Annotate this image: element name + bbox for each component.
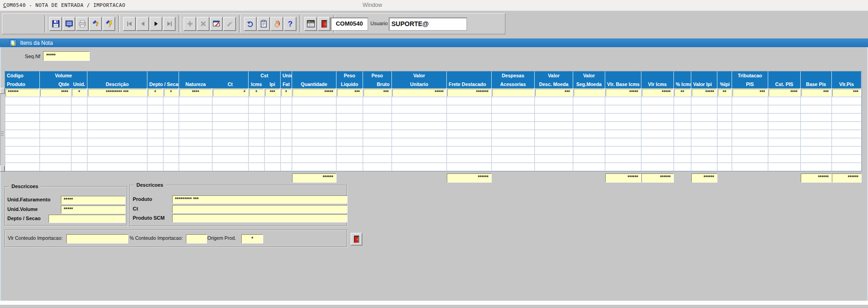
grid-cell[interactable] xyxy=(832,146,862,155)
grid-cell[interactable] xyxy=(281,138,292,146)
help-button[interactable]: ? xyxy=(284,17,296,31)
grid-cell[interactable] xyxy=(832,113,862,122)
grid-cell[interactable] xyxy=(691,105,717,113)
grid-cell[interactable] xyxy=(179,155,212,163)
grid-cell[interactable] xyxy=(292,130,336,138)
grid-cell[interactable] xyxy=(336,113,363,122)
grid-cell[interactable] xyxy=(801,113,832,122)
grid-cell[interactable] xyxy=(674,138,691,146)
grid-field-qtde[interactable]: **** xyxy=(40,89,71,97)
grid-cell[interactable] xyxy=(40,138,71,146)
grid-cell[interactable] xyxy=(147,113,163,122)
grid-cell[interactable] xyxy=(392,97,447,105)
grid-cell[interactable] xyxy=(535,105,573,113)
grid-cell[interactable] xyxy=(801,105,832,113)
grid-cell[interactable] xyxy=(40,163,71,171)
grid-cell[interactable] xyxy=(641,155,674,163)
grid-cell[interactable] xyxy=(605,146,641,155)
produto-field[interactable]: ********* *** xyxy=(172,195,347,204)
grid-cell[interactable] xyxy=(732,122,768,130)
grid-cell[interactable] xyxy=(179,122,212,130)
grid-cell[interactable] xyxy=(363,105,392,113)
grid-cell[interactable] xyxy=(717,105,732,113)
grid-cell[interactable] xyxy=(249,122,265,130)
grid-cell[interactable] xyxy=(732,138,768,146)
grid-cell[interactable] xyxy=(336,138,363,146)
grid-cell[interactable] xyxy=(40,105,71,113)
grid-cell[interactable] xyxy=(363,138,392,146)
grid-cell[interactable] xyxy=(265,163,281,171)
unid-faturamento-field[interactable]: ***** xyxy=(61,196,125,204)
grid-cell[interactable] xyxy=(87,105,147,113)
grid-cell[interactable] xyxy=(641,130,674,138)
grid-field-pct_ipi[interactable]: ** xyxy=(718,89,731,97)
grid-cell[interactable] xyxy=(265,105,281,113)
grid-cell[interactable] xyxy=(674,122,691,130)
grid-cell[interactable] xyxy=(363,155,392,163)
grid-cell[interactable] xyxy=(447,146,492,155)
grid-cell[interactable] xyxy=(801,155,832,163)
seq-nf-field[interactable]: ***** xyxy=(43,51,90,61)
grid-cell[interactable] xyxy=(212,105,249,113)
grid-cell[interactable] xyxy=(832,130,862,138)
grid-cell[interactable] xyxy=(535,130,573,138)
grid-cell[interactable] xyxy=(249,130,265,138)
grid-cell[interactable] xyxy=(212,122,249,130)
grid-cell[interactable] xyxy=(179,146,212,155)
grid-cell[interactable] xyxy=(801,146,832,155)
grid-cell[interactable] xyxy=(147,138,163,146)
prev-record-button[interactable] xyxy=(136,17,149,31)
grid-cell[interactable] xyxy=(249,163,265,171)
grid-cell[interactable] xyxy=(392,122,447,130)
grid-cell[interactable] xyxy=(832,122,862,130)
scrollbar-track[interactable] xyxy=(0,94,5,166)
grid-cell[interactable] xyxy=(573,97,605,105)
grid-cell[interactable] xyxy=(605,122,641,130)
grid-cell[interactable] xyxy=(163,130,179,138)
grid-cell[interactable] xyxy=(5,138,40,146)
grid-cell[interactable] xyxy=(641,105,674,113)
grid-cell[interactable] xyxy=(179,113,212,122)
grid-cell[interactable] xyxy=(336,155,363,163)
grid-cell[interactable] xyxy=(392,163,447,171)
grid-cell[interactable] xyxy=(392,146,447,155)
grid-field-codigo_produto[interactable]: ****** xyxy=(5,89,39,97)
grid-cell[interactable] xyxy=(179,163,212,171)
grid-cell[interactable] xyxy=(605,130,641,138)
grid-cell[interactable] xyxy=(249,97,265,105)
grid-cell[interactable] xyxy=(212,146,249,155)
grid-cell[interactable] xyxy=(163,146,179,155)
grid-cell[interactable] xyxy=(674,130,691,138)
grid-cell[interactable] xyxy=(732,113,768,122)
grid-cell[interactable] xyxy=(265,130,281,138)
grid-cell[interactable] xyxy=(163,122,179,130)
grid-cell[interactable] xyxy=(147,122,163,130)
grid-cell[interactable] xyxy=(573,155,605,163)
grid-cell[interactable] xyxy=(641,97,674,105)
grid-cell[interactable] xyxy=(292,155,336,163)
grid-cell[interactable] xyxy=(535,113,573,122)
scrollbar-thumb[interactable] xyxy=(1,131,4,137)
grid-cell[interactable] xyxy=(336,105,363,113)
grid-cell[interactable] xyxy=(674,97,691,105)
grid-cell[interactable] xyxy=(573,163,605,171)
grid-cell[interactable] xyxy=(265,146,281,155)
grid-cell[interactable] xyxy=(691,130,717,138)
grid-cell[interactable] xyxy=(87,163,147,171)
clipboard-button[interactable] xyxy=(257,17,270,31)
grid-cell[interactable] xyxy=(641,138,674,146)
grid-cell[interactable] xyxy=(768,146,801,155)
grid-field-vlr_icms[interactable]: ***** xyxy=(642,89,673,97)
grid-cell[interactable] xyxy=(281,113,292,122)
grid-cell[interactable] xyxy=(87,113,147,122)
grid-cell[interactable] xyxy=(212,138,249,146)
scroll-up-button[interactable] xyxy=(0,88,5,94)
grid-cell[interactable] xyxy=(71,130,87,138)
grid-cell[interactable] xyxy=(732,146,768,155)
grid-cell[interactable] xyxy=(674,155,691,163)
grid-cell[interactable] xyxy=(768,155,801,163)
grid-cell[interactable] xyxy=(336,130,363,138)
grid-cell[interactable] xyxy=(605,97,641,105)
grid-cell[interactable] xyxy=(147,97,163,105)
grid-cell[interactable] xyxy=(573,130,605,138)
